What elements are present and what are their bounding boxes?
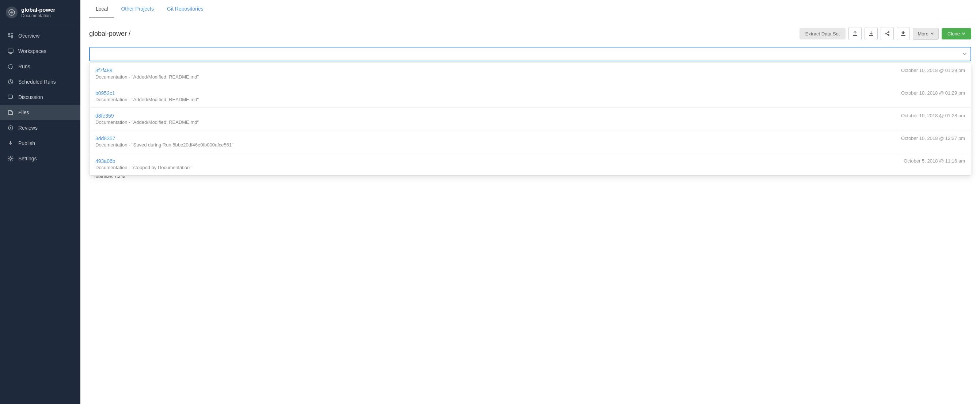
sidebar-label-discussion: Discussion	[18, 94, 43, 100]
svg-point-13	[10, 158, 12, 160]
app-logo-icon[interactable]	[6, 6, 18, 18]
svg-point-11	[10, 127, 11, 129]
tab-local[interactable]: Local	[89, 0, 115, 18]
branch-dropdown: 3f7f489 Documentation - "Added/Modified:…	[89, 62, 971, 176]
clone-button[interactable]: Clone	[942, 28, 971, 40]
svg-line-19	[886, 32, 888, 33]
sidebar-item-files[interactable]: Files	[0, 105, 80, 120]
svg-rect-9	[8, 95, 13, 98]
svg-rect-5	[8, 49, 13, 52]
svg-line-20	[886, 34, 888, 35]
sidebar-label-settings: Settings	[18, 156, 37, 161]
sidebar-nav: Overview Workspaces Runs	[0, 25, 80, 169]
commit-hash: b0952c1	[95, 90, 895, 96]
scheduled-runs-icon	[7, 78, 14, 85]
reviews-icon	[7, 124, 14, 131]
branch-commit-item[interactable]: 493a06b Documentation - "stopped by Docu…	[89, 153, 971, 175]
commit-hash: 3dd8357	[95, 135, 895, 142]
content-area: global-power / Extract Data Set	[80, 18, 980, 404]
commit-desc: Documentation - "Added/Modified: README.…	[95, 97, 895, 102]
sidebar-logo: global-power Documentation	[0, 0, 80, 25]
settings-icon	[7, 155, 14, 162]
upload-icon-button[interactable]	[848, 27, 862, 40]
commit-date: October 10, 2018 @ 01:29 pm	[901, 90, 965, 96]
sidebar-item-scheduled-runs[interactable]: Scheduled Runs	[0, 74, 80, 89]
workspaces-icon	[7, 48, 14, 54]
path-toolbar: global-power / Extract Data Set	[89, 27, 971, 40]
commit-hash: d8fe359	[95, 113, 895, 119]
sidebar-label-publish: Publish	[18, 140, 35, 146]
project-name: global-power	[21, 6, 55, 13]
commit-date: October 10, 2018 @ 01:28 pm	[901, 113, 965, 118]
commit-desc: Documentation - "stopped by Documentatio…	[95, 165, 898, 170]
sidebar-item-workspaces[interactable]: Workspaces	[0, 43, 80, 59]
sidebar-item-settings[interactable]: Settings	[0, 151, 80, 166]
branch-commit-item[interactable]: b0952c1 Documentation - "Added/Modified:…	[89, 85, 971, 108]
svg-rect-2	[11, 33, 13, 34]
branch-commit-item[interactable]: 3f7f489 Documentation - "Added/Modified:…	[89, 62, 971, 85]
sidebar-item-overview[interactable]: Overview	[0, 28, 80, 43]
branch-input-arrow-icon[interactable]	[963, 52, 967, 56]
sidebar-label-reviews: Reviews	[18, 125, 38, 131]
toolbar: Extract Data Set More	[800, 27, 971, 40]
sidebar-label-workspaces: Workspaces	[18, 48, 46, 54]
tab-other-projects[interactable]: Other Projects	[115, 0, 160, 18]
tabs-bar: Local Other Projects Git Repositories	[80, 0, 980, 18]
sidebar-label-files: Files	[18, 110, 29, 115]
commit-desc: Documentation - "Added/Modified: README.…	[95, 119, 895, 125]
main-content: Local Other Projects Git Repositories gl…	[80, 0, 980, 404]
commit-date: October 10, 2018 @ 01:29 pm	[901, 68, 965, 73]
commit-hash: 493a06b	[95, 158, 898, 164]
more-label: More	[918, 31, 929, 37]
commit-date: October 10, 2018 @ 12:27 pm	[901, 135, 965, 141]
sidebar-item-publish[interactable]: Publish	[0, 135, 80, 151]
branch-selector-wrapper: 3f7f489 Documentation - "Added/Modified:…	[89, 47, 971, 61]
branch-commit-item[interactable]: 3dd8357 Documentation - "Saved during Ru…	[89, 130, 971, 153]
runs-icon	[7, 63, 14, 70]
svg-point-7	[8, 64, 13, 69]
svg-rect-21	[901, 35, 905, 36]
svg-rect-15	[869, 35, 873, 36]
download-icon-button[interactable]	[864, 27, 878, 40]
svg-rect-1	[8, 33, 10, 35]
branch-commit-item[interactable]: d8fe359 Documentation - "Added/Modified:…	[89, 108, 971, 130]
svg-rect-6	[10, 53, 12, 54]
sidebar: global-power Documentation Overview	[0, 0, 80, 404]
commit-hash: 3f7f489	[95, 68, 895, 73]
svg-rect-14	[853, 35, 857, 36]
sidebar-label-overview: Overview	[18, 33, 40, 39]
svg-rect-4	[11, 35, 13, 38]
extract-dataset-button[interactable]: Extract Data Set	[800, 28, 846, 40]
commit-desc: Documentation - "Added/Modified: README.…	[95, 74, 895, 80]
svg-rect-3	[8, 36, 11, 37]
branch-input[interactable]	[89, 47, 971, 61]
more-button[interactable]: More	[913, 28, 939, 40]
publish-icon	[7, 140, 14, 146]
files-icon	[7, 109, 14, 116]
sidebar-item-reviews[interactable]: Reviews	[0, 120, 80, 135]
sidebar-item-runs[interactable]: Runs	[0, 59, 80, 74]
sidebar-label-scheduled-runs: Scheduled Runs	[18, 79, 56, 85]
sidebar-item-discussion[interactable]: Discussion	[0, 89, 80, 105]
sidebar-label-runs: Runs	[18, 64, 30, 69]
tab-git-repositories[interactable]: Git Repositories	[161, 0, 210, 18]
commit-date: October 5, 2018 @ 11:16 am	[904, 158, 965, 164]
commit-desc: Documentation - "Saved during Run 5bbe20…	[95, 142, 895, 148]
clone-label: Clone	[948, 31, 960, 37]
overview-icon	[7, 32, 14, 39]
download2-icon-button[interactable]	[897, 27, 910, 40]
share-icon-button[interactable]	[881, 27, 894, 40]
discussion-icon	[7, 94, 14, 100]
project-sub: Documentation	[21, 13, 55, 18]
current-path: global-power /	[89, 30, 130, 38]
